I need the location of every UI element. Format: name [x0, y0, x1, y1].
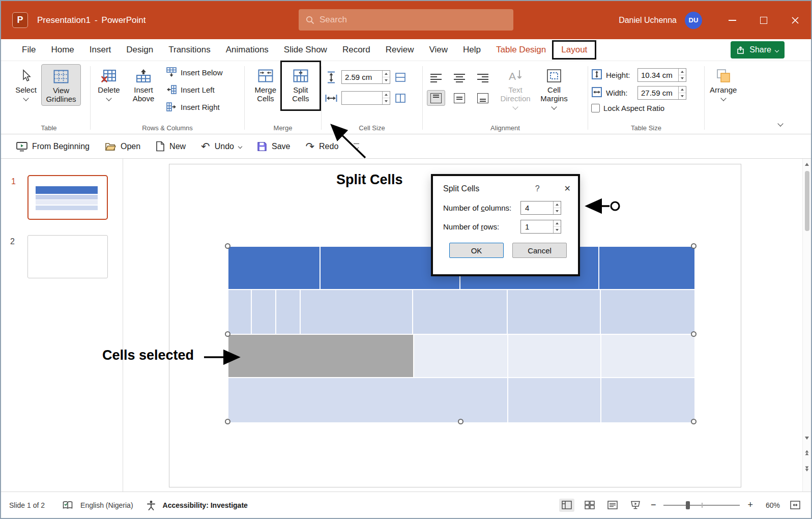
spinner-up-icon[interactable] — [679, 86, 686, 93]
table-cell[interactable] — [301, 290, 412, 334]
language-status[interactable]: English (Nigeria) — [80, 501, 133, 509]
scroll-thumb[interactable] — [805, 171, 809, 231]
search-input[interactable] — [320, 15, 487, 25]
spinner[interactable] — [678, 86, 686, 99]
from-beginning-button[interactable]: From Beginning — [16, 141, 90, 152]
slide-show-button[interactable] — [628, 499, 643, 512]
lock-aspect-ratio-checkbox[interactable] — [591, 104, 600, 112]
accessibility-status[interactable]: Accessibility: Investigate — [163, 501, 248, 509]
align-left-button[interactable] — [427, 70, 445, 86]
scroll-down-button[interactable] — [803, 437, 811, 440]
zoom-out-button[interactable]: − — [651, 500, 656, 510]
cancel-button[interactable]: Cancel — [512, 243, 567, 258]
spinner-up-icon[interactable] — [554, 220, 561, 227]
tab-review[interactable]: Review — [378, 39, 422, 61]
table-cell[interactable] — [252, 290, 275, 334]
spinner[interactable] — [382, 71, 390, 83]
normal-view-button[interactable] — [559, 499, 574, 512]
zoom-slider-thumb[interactable] — [686, 501, 690, 509]
distribute-columns-button[interactable] — [394, 92, 407, 105]
selection-handle[interactable] — [225, 331, 230, 337]
search-bar[interactable] — [299, 9, 513, 31]
table-cell[interactable] — [413, 290, 507, 334]
columns-spinner[interactable] — [553, 201, 561, 214]
spinner-up-icon[interactable] — [679, 69, 686, 75]
tab-view[interactable]: View — [421, 39, 455, 61]
tab-animations[interactable]: Animations — [218, 39, 276, 61]
minimize-button[interactable] — [716, 1, 748, 39]
spinner-up-icon[interactable] — [383, 71, 390, 77]
text-direction-button[interactable]: A Text Direction — [496, 64, 535, 111]
table-cell[interactable] — [508, 335, 600, 377]
spinner[interactable] — [678, 69, 686, 81]
split-cells-button[interactable]: Split Cells — [283, 64, 318, 105]
cell-width-input[interactable] — [341, 91, 390, 105]
tab-slide-show[interactable]: Slide Show — [276, 39, 335, 61]
zoom-in-button[interactable]: + — [747, 500, 753, 510]
dialog-close-button[interactable]: ✕ — [564, 184, 571, 193]
collapse-ribbon-button[interactable] — [778, 119, 782, 128]
previous-slide-button[interactable] — [803, 450, 811, 455]
tab-layout[interactable]: Layout — [554, 39, 595, 61]
tab-file[interactable]: File — [14, 39, 43, 61]
table-cell[interactable] — [414, 335, 507, 377]
scrollbar[interactable] — [802, 159, 811, 492]
view-gridlines-button[interactable]: View Gridlines — [41, 64, 81, 106]
slide-1-thumbnail[interactable] — [27, 175, 108, 220]
spinner-down-icon[interactable] — [679, 75, 686, 81]
spinner-down-icon[interactable] — [383, 77, 390, 83]
spinner-up-icon[interactable] — [383, 92, 390, 98]
select-button[interactable]: Select — [11, 64, 41, 102]
ok-button[interactable]: OK — [449, 243, 504, 258]
table-cell[interactable] — [228, 247, 320, 289]
cell-margins-button[interactable]: Cell Margins — [535, 64, 573, 111]
avatar[interactable]: DU — [685, 12, 702, 29]
delete-button[interactable]: Delete — [94, 64, 124, 102]
slide-sorter-view-button[interactable] — [582, 499, 597, 512]
align-bottom-button[interactable] — [474, 90, 492, 106]
slide-2-thumbnail[interactable] — [27, 235, 108, 278]
dialog-help-button[interactable]: ? — [535, 184, 540, 193]
merge-cells-button[interactable]: Merge Cells — [248, 64, 283, 105]
arrange-button[interactable]: Arrange — [708, 64, 739, 102]
spellcheck-icon[interactable] — [62, 501, 73, 510]
tab-table-design[interactable]: Table Design — [488, 39, 554, 61]
table-cell[interactable] — [599, 247, 694, 289]
save-button[interactable]: Save — [257, 141, 290, 152]
maximize-button[interactable] — [748, 1, 779, 39]
align-center-button[interactable] — [450, 70, 469, 86]
insert-right-button[interactable]: Insert Right — [164, 101, 225, 113]
open-button[interactable]: Open — [105, 142, 140, 151]
align-right-button[interactable] — [474, 70, 492, 86]
selected-cells[interactable] — [228, 335, 413, 377]
table-cell[interactable] — [601, 290, 694, 334]
spinner-down-icon[interactable] — [679, 93, 686, 99]
table-height-input[interactable] — [637, 68, 686, 82]
customize-toolbar-button[interactable] — [354, 143, 359, 150]
cell-height-input[interactable] — [341, 70, 390, 84]
insert-below-button[interactable]: Insert Below — [164, 66, 225, 78]
redo-button[interactable]: ↷ Redo — [305, 141, 338, 152]
table-cell[interactable] — [508, 290, 600, 334]
fit-to-window-button[interactable] — [788, 499, 803, 512]
selection-handle[interactable] — [225, 243, 230, 249]
next-slide-button[interactable] — [803, 466, 811, 471]
spinner-down-icon[interactable] — [554, 208, 561, 214]
tab-design[interactable]: Design — [119, 39, 161, 61]
table-width-input[interactable] — [637, 86, 686, 100]
selection-handle[interactable] — [691, 419, 697, 424]
insert-left-button[interactable]: Insert Left — [164, 83, 225, 96]
spinner[interactable] — [382, 92, 390, 104]
share-button[interactable]: Share — [731, 41, 785, 59]
selection-handle[interactable] — [691, 331, 697, 337]
tab-home[interactable]: Home — [43, 39, 81, 61]
zoom-percentage[interactable]: 60% — [761, 501, 780, 509]
tab-transitions[interactable]: Transitions — [161, 39, 218, 61]
rows-spinner[interactable] — [553, 220, 561, 233]
spinner-down-icon[interactable] — [383, 98, 390, 104]
rows-input[interactable] — [520, 220, 561, 234]
insert-above-button[interactable]: Insert Above — [124, 64, 163, 105]
columns-input[interactable] — [520, 201, 561, 215]
scroll-up-button[interactable] — [803, 163, 811, 166]
distribute-rows-button[interactable] — [394, 71, 407, 84]
